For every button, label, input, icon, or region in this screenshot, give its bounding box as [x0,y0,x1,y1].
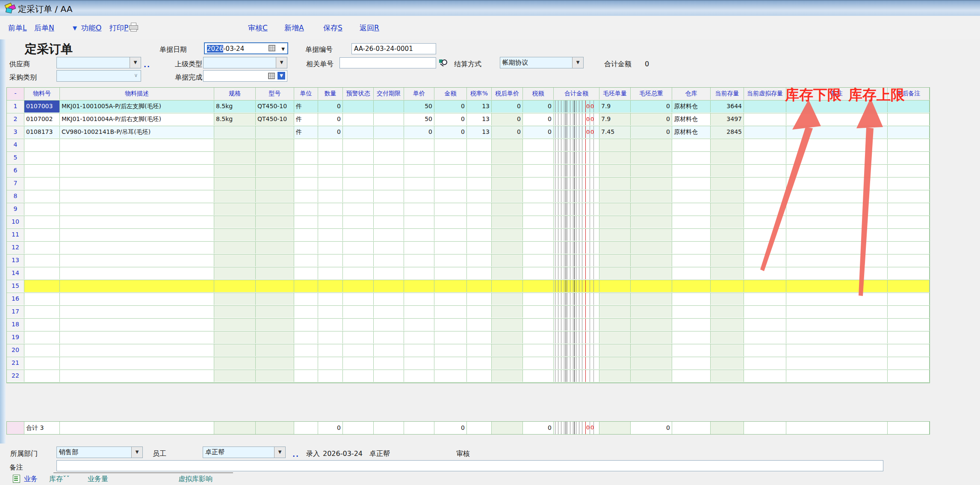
table-cell[interactable] [343,267,374,279]
table-cell[interactable] [404,152,434,164]
table-cell[interactable] [294,370,318,382]
table-cell[interactable] [294,331,318,343]
table-cell[interactable] [672,190,711,202]
tab-inventory[interactable]: 库存ˇˇ [49,475,70,484]
table-cell[interactable] [711,139,744,151]
table-cell[interactable] [374,101,404,112]
table-cell[interactable] [374,319,404,331]
table-cell[interactable] [672,139,711,151]
table-cell[interactable] [60,293,214,305]
table-cell[interactable] [256,357,294,369]
table-cell[interactable] [214,190,256,202]
table-cell[interactable] [599,254,631,266]
settlement-dropdown[interactable]: 帐期协议 ▼ [500,57,584,68]
table-cell[interactable] [256,139,294,151]
table-cell[interactable] [294,139,318,151]
table-cell[interactable] [256,216,294,228]
table-cell[interactable] [554,344,599,356]
tab-business-volume[interactable]: 业务量 [88,475,108,484]
table-cell[interactable] [60,216,214,228]
table-cell[interactable]: CV980-1002141B-P/吊耳(毛坯) [60,126,214,138]
table-cell[interactable] [554,319,599,331]
printer-icon[interactable] [128,23,139,31]
grid-header-8[interactable]: 交付期限 [374,88,404,100]
table-cell[interactable] [318,190,343,202]
table-cell[interactable] [434,306,467,318]
table-cell[interactable] [434,267,467,279]
table-cell[interactable] [888,344,930,356]
table-cell[interactable] [374,370,404,382]
table-cell[interactable] [434,190,467,202]
table-cell[interactable] [467,152,492,164]
table-cell[interactable] [467,177,492,189]
table-cell[interactable] [60,280,214,292]
doc-done-calendar-icon[interactable] [268,73,275,79]
row-number[interactable]: 16 [7,293,24,305]
table-cell[interactable] [374,177,404,189]
table-cell[interactable] [404,357,434,369]
table-cell[interactable] [599,152,631,164]
table-cell[interactable] [744,344,786,356]
parent-type-dropdown[interactable]: ▼ [203,57,287,68]
table-cell[interactable] [599,216,631,228]
table-cell[interactable] [404,229,434,241]
row-number[interactable]: 22 [7,370,24,382]
table-cell[interactable]: 0 [318,113,343,125]
table-cell[interactable] [888,113,930,125]
table-cell[interactable] [60,370,214,382]
table-cell[interactable] [711,165,744,177]
table-cell[interactable] [631,344,672,356]
table-cell[interactable] [374,113,404,125]
table-cell[interactable] [24,242,60,254]
table-cell[interactable] [523,280,554,292]
table-cell[interactable] [631,306,672,318]
table-cell[interactable] [672,152,711,164]
table-cell[interactable] [711,203,744,215]
toolbar-button-functions[interactable]: 功能O [81,23,101,33]
table-cell[interactable] [60,203,214,215]
table-cell[interactable] [294,319,318,331]
table-cell[interactable] [434,357,467,369]
table-cell[interactable] [60,254,214,266]
table-cell[interactable] [214,203,256,215]
table-cell[interactable] [786,370,888,382]
table-cell[interactable] [214,267,256,279]
table-cell[interactable] [523,229,554,241]
table-cell[interactable] [434,254,467,266]
table-cell[interactable] [294,306,318,318]
grid-header-1[interactable]: 物料号 [24,88,60,100]
table-cell[interactable] [343,331,374,343]
table-cell[interactable] [744,165,786,177]
table-cell[interactable] [318,216,343,228]
table-cell[interactable] [888,331,930,343]
purchase-cat-dropdown[interactable]: ∨ [56,70,141,82]
row-number[interactable]: 15 [7,280,24,292]
table-cell[interactable] [294,152,318,164]
grid-header-10[interactable]: 金额 [434,88,467,100]
table-cell[interactable] [786,229,888,241]
table-cell[interactable]: 0 [318,126,343,138]
table-cell[interactable] [554,254,599,266]
table-cell[interactable] [786,113,888,125]
table-cell[interactable] [318,319,343,331]
table-cell[interactable] [744,280,786,292]
table-cell[interactable] [214,344,256,356]
table-cell[interactable] [523,139,554,151]
table-cell[interactable] [711,242,744,254]
table-cell[interactable] [786,319,888,331]
table-cell[interactable] [672,229,711,241]
table-cell[interactable] [24,165,60,177]
table-cell[interactable] [744,254,786,266]
table-cell[interactable] [374,203,404,215]
row-number[interactable]: 19 [7,331,24,343]
table-cell[interactable] [318,229,343,241]
row-number[interactable]: 1 [7,101,24,112]
table-cell[interactable] [374,344,404,356]
purchase-cat-chevron-icon[interactable]: ∨ [131,71,141,81]
table-cell[interactable] [434,165,467,177]
doc-date-dropdown-arrow-icon[interactable]: ▼ [281,45,285,53]
table-cell[interactable] [888,203,930,215]
table-cell[interactable] [374,152,404,164]
table-cell[interactable] [631,254,672,266]
table-cell[interactable] [599,280,631,292]
